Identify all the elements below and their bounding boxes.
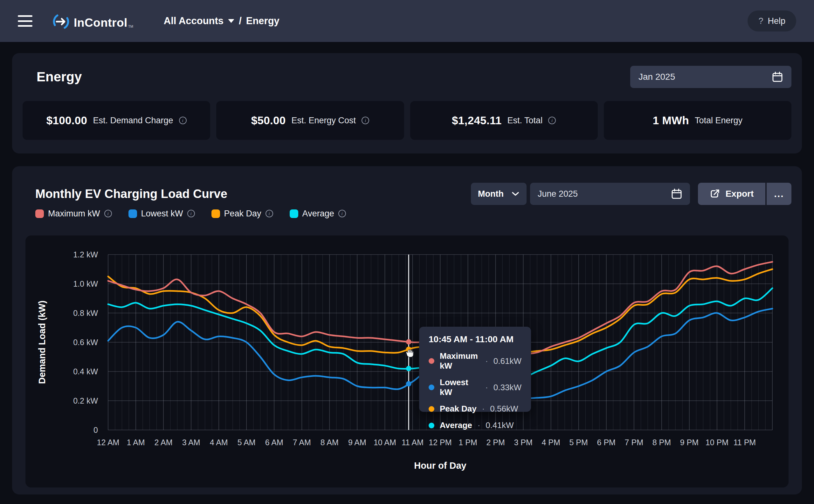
info-icon[interactable]: i (361, 117, 369, 124)
account-selector[interactable]: All Accounts (164, 15, 223, 27)
svg-text:4 PM: 4 PM (542, 438, 560, 447)
tooltip-row: Lowest kW · 0.33kW (429, 378, 522, 397)
chart-canvas[interactable]: 00.2 kW0.4 kW0.6 kW0.8 kW1.0 kW1.2 kW12 … (25, 235, 789, 487)
tooltip-separator: · (482, 404, 485, 414)
svg-text:0.2 kW: 0.2 kW (73, 396, 98, 405)
svg-text:11 PM: 11 PM (734, 438, 756, 447)
breadcrumb: All Accounts / Energy (164, 15, 279, 27)
breadcrumb-separator: / (239, 15, 242, 27)
chart-controls: Month June 2025 (471, 183, 791, 205)
svg-text:12 PM: 12 PM (429, 438, 452, 447)
tooltip-series-value: 0.56kW (490, 404, 518, 414)
legend-label: Peak Day (224, 209, 261, 219)
stat-value: $1,245.11 (452, 114, 502, 127)
legend-item-lowest[interactable]: Lowest kW i (128, 209, 195, 219)
calendar-icon (772, 71, 783, 83)
export-icon (710, 188, 721, 199)
svg-text:3 PM: 3 PM (514, 438, 532, 447)
hover-point-lowest-kw (406, 381, 412, 386)
legend-label: Average (302, 209, 334, 219)
svg-text:5 AM: 5 AM (237, 438, 256, 447)
svg-text:3 AM: 3 AM (182, 438, 200, 447)
series-dot-peak-day (429, 406, 435, 412)
stat-label: Est. Demand Charge (93, 116, 173, 126)
granularity-select[interactable]: Month (471, 183, 527, 205)
stat-card-demand-charge: $100.00 Est. Demand Charge i (23, 101, 210, 140)
legend-item-maximum[interactable]: Maximum kW i (35, 209, 112, 219)
svg-text:4 AM: 4 AM (210, 438, 228, 447)
tooltip-series-name: Average (440, 420, 472, 430)
svg-text:10 PM: 10 PM (706, 438, 729, 447)
energy-date-picker[interactable]: Jan 2025 (630, 66, 791, 88)
help-button[interactable]: ? Help (748, 10, 796, 31)
page: InControl TM All Accounts / Energy ? Hel… (0, 0, 814, 504)
stat-value: $50.00 (251, 114, 286, 127)
svg-text:11 AM: 11 AM (401, 438, 424, 447)
tooltip-series-value: 0.61kW (494, 356, 522, 366)
stat-card-energy-cost: $50.00 Est. Energy Cost i (216, 101, 404, 140)
tooltip-row: Peak Day · 0.56kW (429, 404, 522, 414)
svg-text:0.4 kW: 0.4 kW (73, 367, 98, 376)
chart-legend: Maximum kW i Lowest kW i Peak Day i Aver… (35, 209, 791, 218)
svg-text:6 AM: 6 AM (265, 438, 283, 447)
tooltip-series-value: 0.41kW (486, 420, 514, 430)
stat-label: Est. Total (508, 116, 543, 126)
tooltip-separator: · (485, 383, 488, 392)
question-icon: ? (758, 16, 763, 26)
svg-text:2 PM: 2 PM (486, 438, 505, 447)
stat-card-est-total: $1,245.11 Est. Total i (410, 101, 598, 140)
legend-item-peak-day[interactable]: Peak Day i (211, 209, 273, 219)
info-icon[interactable]: i (548, 117, 556, 124)
info-icon[interactable]: i (265, 210, 273, 217)
info-icon[interactable]: i (187, 210, 195, 217)
legend-swatch-peak-day (211, 209, 220, 218)
brand-name: InControl (74, 17, 127, 29)
export-button[interactable]: Export (698, 183, 765, 205)
series-dot-maximum (429, 358, 435, 364)
period-date-picker[interactable]: June 2025 (530, 183, 690, 205)
svg-text:10 AM: 10 AM (373, 438, 396, 447)
y-axis-title: Demand Load (kW) (37, 301, 47, 384)
svg-text:7 AM: 7 AM (293, 438, 311, 447)
tooltip-series-name: Maximum kW (440, 351, 480, 371)
stat-cards: $100.00 Est. Demand Charge i $50.00 Est.… (23, 101, 791, 140)
more-options-button[interactable]: ... (767, 183, 791, 205)
tooltip-separator: · (485, 356, 488, 366)
period-value: June 2025 (538, 189, 578, 199)
tooltip-series-name: Peak Day (440, 404, 477, 414)
info-icon[interactable]: i (104, 210, 112, 217)
legend-label: Lowest kW (141, 209, 183, 219)
energy-panel: Energy Jan 2025 $100.00 Est. Demand Char… (12, 53, 802, 153)
granularity-value: Month (478, 189, 504, 199)
incontrol-logo-icon (53, 13, 69, 30)
stat-label: Total Energy (695, 116, 742, 126)
info-icon[interactable]: i (338, 210, 346, 217)
menu-icon[interactable] (18, 15, 32, 27)
legend-swatch-maximum (35, 209, 44, 218)
calendar-icon (671, 188, 682, 200)
page-title: Energy (37, 69, 82, 85)
brand-trademark: TM (128, 24, 133, 28)
info-icon[interactable]: i (179, 117, 187, 124)
tooltip-row: Maximum kW · 0.61kW (429, 351, 522, 371)
chevron-down-icon (511, 191, 520, 196)
tooltip-time-range: 10:45 AM - 11:00 AM (429, 334, 522, 344)
svg-text:1.0 kW: 1.0 kW (73, 279, 98, 288)
ellipsis-icon: ... (774, 188, 784, 199)
svg-text:0: 0 (93, 426, 98, 434)
svg-text:12 AM: 12 AM (97, 438, 120, 447)
chevron-down-icon[interactable] (228, 19, 234, 23)
load-curve-panel: Monthly EV Charging Load Curve Month Jun… (12, 166, 802, 494)
load-curve-chart[interactable]: 00.2 kW0.4 kW0.6 kW0.8 kW1.0 kW1.2 kW12 … (25, 235, 789, 487)
help-label: Help (768, 16, 785, 26)
svg-text:1 PM: 1 PM (459, 438, 477, 447)
svg-text:0.8 kW: 0.8 kW (73, 309, 98, 317)
stat-card-total-energy: 1 MWh Total Energy (604, 101, 791, 140)
legend-label: Maximum kW (48, 209, 100, 219)
svg-text:5 PM: 5 PM (570, 438, 588, 447)
legend-swatch-lowest (128, 209, 137, 218)
legend-item-average[interactable]: Average i (290, 209, 346, 219)
svg-text:1.2 kW: 1.2 kW (73, 250, 98, 259)
svg-text:9 PM: 9 PM (680, 438, 699, 447)
breadcrumb-page: Energy (246, 15, 279, 27)
